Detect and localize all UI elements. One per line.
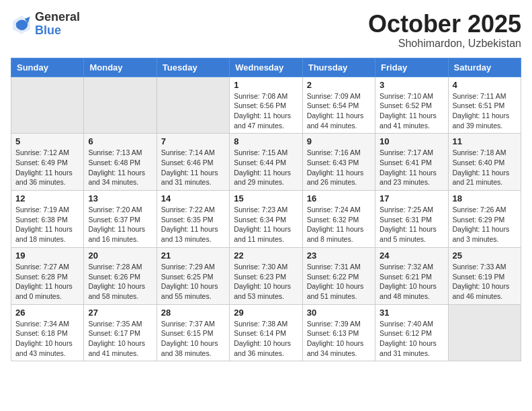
- calendar-cell: 29Sunrise: 7:38 AM Sunset: 6:14 PM Dayli…: [230, 304, 302, 361]
- calendar-cell: 5Sunrise: 7:12 AM Sunset: 6:49 PM Daylig…: [11, 134, 84, 191]
- logo-general-text: General: [35, 11, 80, 24]
- logo-text: General Blue: [35, 11, 80, 38]
- day-number: 12: [15, 193, 79, 203]
- day-number: 18: [453, 193, 517, 203]
- day-number: 10: [380, 136, 443, 146]
- calendar-cell: 11Sunrise: 7:18 AM Sunset: 6:40 PM Dayli…: [448, 134, 521, 191]
- day-info: Sunrise: 7:33 AM Sunset: 6:19 PM Dayligh…: [453, 262, 517, 302]
- day-info: Sunrise: 7:39 AM Sunset: 6:13 PM Dayligh…: [307, 319, 371, 359]
- weekday-header-saturday: Saturday: [448, 58, 521, 77]
- calendar-cell: 6Sunrise: 7:13 AM Sunset: 6:48 PM Daylig…: [84, 134, 157, 191]
- day-number: 16: [307, 193, 371, 203]
- calendar-cell: 8Sunrise: 7:15 AM Sunset: 6:44 PM Daylig…: [230, 134, 302, 191]
- day-number: 29: [234, 308, 298, 318]
- calendar-cell: 18Sunrise: 7:26 AM Sunset: 6:29 PM Dayli…: [448, 191, 521, 248]
- calendar-cell: 26Sunrise: 7:34 AM Sunset: 6:18 PM Dayli…: [11, 304, 84, 361]
- day-number: 30: [307, 308, 371, 318]
- day-number: 8: [234, 136, 298, 146]
- weekday-header-row: SundayMondayTuesdayWednesdayThursdayFrid…: [11, 58, 521, 77]
- calendar-week-row: 1Sunrise: 7:08 AM Sunset: 6:56 PM Daylig…: [11, 77, 521, 134]
- day-number: 28: [161, 308, 225, 318]
- calendar-cell: [11, 77, 84, 134]
- day-info: Sunrise: 7:14 AM Sunset: 6:46 PM Dayligh…: [161, 148, 225, 187]
- logo-blue-text: Blue: [35, 24, 80, 38]
- calendar-cell: 3Sunrise: 7:10 AM Sunset: 6:52 PM Daylig…: [375, 77, 448, 134]
- calendar-cell: 19Sunrise: 7:27 AM Sunset: 6:28 PM Dayli…: [11, 247, 84, 304]
- calendar-cell: 17Sunrise: 7:25 AM Sunset: 6:31 PM Dayli…: [375, 191, 448, 248]
- day-number: 20: [88, 250, 152, 261]
- day-info: Sunrise: 7:38 AM Sunset: 6:14 PM Dayligh…: [234, 319, 298, 359]
- calendar-cell: 2Sunrise: 7:09 AM Sunset: 6:54 PM Daylig…: [302, 77, 375, 134]
- day-info: Sunrise: 7:28 AM Sunset: 6:26 PM Dayligh…: [88, 262, 152, 302]
- day-info: Sunrise: 7:31 AM Sunset: 6:22 PM Dayligh…: [307, 262, 371, 302]
- calendar-cell: 25Sunrise: 7:33 AM Sunset: 6:19 PM Dayli…: [448, 247, 521, 304]
- calendar-cell: 22Sunrise: 7:30 AM Sunset: 6:23 PM Dayli…: [230, 247, 302, 304]
- day-info: Sunrise: 7:35 AM Sunset: 6:17 PM Dayligh…: [88, 319, 152, 359]
- day-info: Sunrise: 7:30 AM Sunset: 6:23 PM Dayligh…: [234, 262, 298, 302]
- weekday-header-friday: Friday: [375, 58, 448, 77]
- day-number: 2: [307, 80, 371, 90]
- day-info: Sunrise: 7:23 AM Sunset: 6:34 PM Dayligh…: [234, 205, 298, 244]
- day-number: 5: [15, 136, 79, 146]
- day-number: 19: [15, 250, 79, 261]
- calendar-cell: 7Sunrise: 7:14 AM Sunset: 6:46 PM Daylig…: [157, 134, 229, 191]
- day-number: 23: [307, 250, 371, 261]
- calendar-table: SundayMondayTuesdayWednesdayThursdayFrid…: [11, 58, 521, 362]
- day-number: 27: [88, 308, 152, 318]
- calendar-cell: 4Sunrise: 7:11 AM Sunset: 6:51 PM Daylig…: [448, 77, 521, 134]
- page-header: General Blue October 2025 Shohimardon, U…: [11, 11, 521, 50]
- calendar-cell: [157, 77, 229, 134]
- day-number: 3: [380, 80, 443, 90]
- calendar-cell: 30Sunrise: 7:39 AM Sunset: 6:13 PM Dayli…: [302, 304, 375, 361]
- calendar-week-row: 5Sunrise: 7:12 AM Sunset: 6:49 PM Daylig…: [11, 134, 521, 191]
- day-info: Sunrise: 7:24 AM Sunset: 6:32 PM Dayligh…: [307, 205, 371, 244]
- day-number: 6: [88, 136, 152, 146]
- month-title: October 2025: [368, 11, 521, 38]
- calendar-cell: 15Sunrise: 7:23 AM Sunset: 6:34 PM Dayli…: [230, 191, 302, 248]
- day-number: 11: [453, 136, 517, 146]
- day-info: Sunrise: 7:26 AM Sunset: 6:29 PM Dayligh…: [453, 205, 517, 244]
- calendar-cell: 24Sunrise: 7:32 AM Sunset: 6:21 PM Dayli…: [375, 247, 448, 304]
- calendar-cell: 12Sunrise: 7:19 AM Sunset: 6:38 PM Dayli…: [11, 191, 84, 248]
- calendar-cell: 28Sunrise: 7:37 AM Sunset: 6:15 PM Dayli…: [157, 304, 229, 361]
- day-info: Sunrise: 7:25 AM Sunset: 6:31 PM Dayligh…: [380, 205, 443, 244]
- day-number: 26: [15, 308, 79, 318]
- day-info: Sunrise: 7:40 AM Sunset: 6:12 PM Dayligh…: [380, 319, 443, 359]
- logo: General Blue: [11, 11, 80, 38]
- day-info: Sunrise: 7:18 AM Sunset: 6:40 PM Dayligh…: [453, 148, 517, 187]
- calendar-cell: 23Sunrise: 7:31 AM Sunset: 6:22 PM Dayli…: [302, 247, 375, 304]
- calendar-week-row: 26Sunrise: 7:34 AM Sunset: 6:18 PM Dayli…: [11, 304, 521, 361]
- calendar-week-row: 12Sunrise: 7:19 AM Sunset: 6:38 PM Dayli…: [11, 191, 521, 248]
- calendar-cell: 9Sunrise: 7:16 AM Sunset: 6:43 PM Daylig…: [302, 134, 375, 191]
- calendar-week-row: 19Sunrise: 7:27 AM Sunset: 6:28 PM Dayli…: [11, 247, 521, 304]
- day-info: Sunrise: 7:22 AM Sunset: 6:35 PM Dayligh…: [161, 205, 225, 244]
- day-info: Sunrise: 7:10 AM Sunset: 6:52 PM Dayligh…: [380, 91, 443, 131]
- calendar-cell: 31Sunrise: 7:40 AM Sunset: 6:12 PM Dayli…: [375, 304, 448, 361]
- calendar-cell: 27Sunrise: 7:35 AM Sunset: 6:17 PM Dayli…: [84, 304, 157, 361]
- day-info: Sunrise: 7:13 AM Sunset: 6:48 PM Dayligh…: [88, 148, 152, 187]
- day-info: Sunrise: 7:32 AM Sunset: 6:21 PM Dayligh…: [380, 262, 443, 302]
- day-number: 4: [453, 80, 517, 90]
- calendar-cell: 16Sunrise: 7:24 AM Sunset: 6:32 PM Dayli…: [302, 191, 375, 248]
- calendar-cell: 21Sunrise: 7:29 AM Sunset: 6:25 PM Dayli…: [157, 247, 229, 304]
- calendar-cell: 20Sunrise: 7:28 AM Sunset: 6:26 PM Dayli…: [84, 247, 157, 304]
- day-info: Sunrise: 7:19 AM Sunset: 6:38 PM Dayligh…: [15, 205, 79, 244]
- weekday-header-tuesday: Tuesday: [157, 58, 229, 77]
- calendar-cell: 1Sunrise: 7:08 AM Sunset: 6:56 PM Daylig…: [230, 77, 302, 134]
- day-info: Sunrise: 7:29 AM Sunset: 6:25 PM Dayligh…: [161, 262, 225, 302]
- calendar-cell: [84, 77, 157, 134]
- title-block: October 2025 Shohimardon, Uzbekistan: [368, 11, 521, 50]
- logo-icon: [11, 13, 32, 35]
- day-number: 31: [380, 308, 443, 318]
- calendar-cell: 13Sunrise: 7:20 AM Sunset: 6:37 PM Dayli…: [84, 191, 157, 248]
- day-info: Sunrise: 7:15 AM Sunset: 6:44 PM Dayligh…: [234, 148, 298, 187]
- calendar-cell: [448, 304, 521, 361]
- day-info: Sunrise: 7:37 AM Sunset: 6:15 PM Dayligh…: [161, 319, 225, 359]
- day-info: Sunrise: 7:08 AM Sunset: 6:56 PM Dayligh…: [234, 91, 298, 131]
- weekday-header-sunday: Sunday: [11, 58, 84, 77]
- calendar-cell: 10Sunrise: 7:17 AM Sunset: 6:41 PM Dayli…: [375, 134, 448, 191]
- day-number: 13: [88, 193, 152, 203]
- day-number: 15: [234, 193, 298, 203]
- day-info: Sunrise: 7:09 AM Sunset: 6:54 PM Dayligh…: [307, 91, 371, 131]
- day-number: 9: [307, 136, 371, 146]
